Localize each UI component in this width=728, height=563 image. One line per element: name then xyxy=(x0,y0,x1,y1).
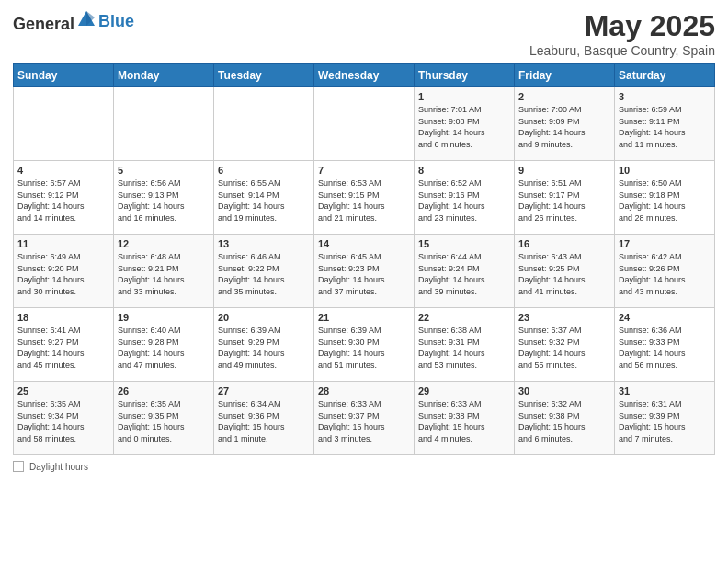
day-info: Sunrise: 6:33 AM Sunset: 9:37 PM Dayligh… xyxy=(318,398,410,444)
day-info: Sunrise: 6:55 AM Sunset: 9:14 PM Dayligh… xyxy=(218,178,310,224)
calendar-body: 1Sunrise: 7:01 AM Sunset: 9:08 PM Daylig… xyxy=(14,87,715,455)
day-number: 16 xyxy=(518,238,610,249)
day-cell: 27Sunrise: 6:34 AM Sunset: 9:36 PM Dayli… xyxy=(214,382,314,455)
day-header-monday: Monday xyxy=(114,64,214,87)
day-cell: 5Sunrise: 6:56 AM Sunset: 9:13 PM Daylig… xyxy=(114,161,214,235)
week-row-2: 4Sunrise: 6:57 AM Sunset: 9:12 PM Daylig… xyxy=(14,161,715,235)
day-number: 18 xyxy=(17,312,109,323)
logo: General Blue xyxy=(13,9,134,34)
week-row-3: 11Sunrise: 6:49 AM Sunset: 9:20 PM Dayli… xyxy=(14,235,715,308)
day-cell: 17Sunrise: 6:42 AM Sunset: 9:26 PM Dayli… xyxy=(615,235,715,308)
day-number: 22 xyxy=(418,312,510,323)
day-number: 8 xyxy=(418,165,510,176)
day-number: 19 xyxy=(118,312,210,323)
day-number: 15 xyxy=(418,238,510,249)
day-cell: 2Sunrise: 7:00 AM Sunset: 9:09 PM Daylig… xyxy=(515,87,615,161)
day-number: 9 xyxy=(518,165,610,176)
day-number: 2 xyxy=(518,91,610,102)
day-cell: 7Sunrise: 6:53 AM Sunset: 9:15 PM Daylig… xyxy=(314,161,415,235)
day-number: 27 xyxy=(218,385,310,396)
day-info: Sunrise: 6:35 AM Sunset: 9:35 PM Dayligh… xyxy=(118,398,210,444)
day-cell: 11Sunrise: 6:49 AM Sunset: 9:20 PM Dayli… xyxy=(14,235,114,308)
day-info: Sunrise: 6:41 AM Sunset: 9:27 PM Dayligh… xyxy=(17,325,109,371)
day-info: Sunrise: 6:35 AM Sunset: 9:34 PM Dayligh… xyxy=(17,398,109,444)
day-info: Sunrise: 6:43 AM Sunset: 9:25 PM Dayligh… xyxy=(518,251,610,297)
day-number: 5 xyxy=(118,165,210,176)
header: General Blue May 2025 Leaburu, Basque Co… xyxy=(13,9,715,58)
day-cell: 16Sunrise: 6:43 AM Sunset: 9:25 PM Dayli… xyxy=(515,235,615,308)
day-header-friday: Friday xyxy=(515,64,615,87)
day-cell: 12Sunrise: 6:48 AM Sunset: 9:21 PM Dayli… xyxy=(114,235,214,308)
day-number: 21 xyxy=(318,312,410,323)
day-info: Sunrise: 6:42 AM Sunset: 9:26 PM Dayligh… xyxy=(619,251,711,297)
footer: Daylight hours xyxy=(13,461,715,472)
main-title: May 2025 xyxy=(529,9,715,43)
week-row-1: 1Sunrise: 7:01 AM Sunset: 9:08 PM Daylig… xyxy=(14,87,715,161)
day-cell: 9Sunrise: 6:51 AM Sunset: 9:17 PM Daylig… xyxy=(515,161,615,235)
day-number: 25 xyxy=(17,385,109,396)
day-info: Sunrise: 6:39 AM Sunset: 9:30 PM Dayligh… xyxy=(318,325,410,371)
day-info: Sunrise: 6:48 AM Sunset: 9:21 PM Dayligh… xyxy=(118,251,210,297)
day-number: 26 xyxy=(118,385,210,396)
day-info: Sunrise: 6:34 AM Sunset: 9:36 PM Dayligh… xyxy=(218,398,310,444)
day-cell: 19Sunrise: 6:40 AM Sunset: 9:28 PM Dayli… xyxy=(114,308,214,382)
subtitle: Leaburu, Basque Country, Spain xyxy=(529,43,715,58)
daylight-label: Daylight hours xyxy=(29,462,88,472)
day-number: 30 xyxy=(518,385,610,396)
day-number: 28 xyxy=(318,385,410,396)
day-cell xyxy=(114,87,214,161)
day-number: 10 xyxy=(619,165,711,176)
daylight-box xyxy=(13,461,24,472)
day-number: 20 xyxy=(218,312,310,323)
day-cell: 4Sunrise: 6:57 AM Sunset: 9:12 PM Daylig… xyxy=(14,161,114,235)
title-block: May 2025 Leaburu, Basque Country, Spain xyxy=(529,9,715,58)
day-cell xyxy=(314,87,415,161)
day-cell: 21Sunrise: 6:39 AM Sunset: 9:30 PM Dayli… xyxy=(314,308,415,382)
day-info: Sunrise: 7:01 AM Sunset: 9:08 PM Dayligh… xyxy=(418,104,510,150)
day-cell: 20Sunrise: 6:39 AM Sunset: 9:29 PM Dayli… xyxy=(214,308,314,382)
day-cell: 8Sunrise: 6:52 AM Sunset: 9:16 PM Daylig… xyxy=(415,161,515,235)
day-info: Sunrise: 6:39 AM Sunset: 9:29 PM Dayligh… xyxy=(218,325,310,371)
day-info: Sunrise: 6:31 AM Sunset: 9:39 PM Dayligh… xyxy=(619,398,711,444)
day-cell: 25Sunrise: 6:35 AM Sunset: 9:34 PM Dayli… xyxy=(14,382,114,455)
day-info: Sunrise: 7:00 AM Sunset: 9:09 PM Dayligh… xyxy=(518,104,610,150)
day-info: Sunrise: 6:56 AM Sunset: 9:13 PM Dayligh… xyxy=(118,178,210,224)
day-cell: 13Sunrise: 6:46 AM Sunset: 9:22 PM Dayli… xyxy=(214,235,314,308)
day-header-sunday: Sunday xyxy=(14,64,114,87)
day-info: Sunrise: 6:57 AM Sunset: 9:12 PM Dayligh… xyxy=(17,178,109,224)
day-info: Sunrise: 6:51 AM Sunset: 9:17 PM Dayligh… xyxy=(518,178,610,224)
day-number: 4 xyxy=(17,165,109,176)
day-header-tuesday: Tuesday xyxy=(214,64,314,87)
day-info: Sunrise: 6:38 AM Sunset: 9:31 PM Dayligh… xyxy=(418,325,510,371)
day-info: Sunrise: 6:52 AM Sunset: 9:16 PM Dayligh… xyxy=(418,178,510,224)
day-cell xyxy=(14,87,114,161)
day-cell: 10Sunrise: 6:50 AM Sunset: 9:18 PM Dayli… xyxy=(615,161,715,235)
day-number: 31 xyxy=(619,385,711,396)
page: General Blue May 2025 Leaburu, Basque Co… xyxy=(0,0,728,563)
day-cell: 1Sunrise: 7:01 AM Sunset: 9:08 PM Daylig… xyxy=(415,87,515,161)
day-number: 12 xyxy=(118,238,210,249)
logo-icon xyxy=(76,9,97,29)
day-cell: 30Sunrise: 6:32 AM Sunset: 9:38 PM Dayli… xyxy=(515,382,615,455)
day-info: Sunrise: 6:59 AM Sunset: 9:11 PM Dayligh… xyxy=(619,104,711,150)
day-cell: 26Sunrise: 6:35 AM Sunset: 9:35 PM Dayli… xyxy=(114,382,214,455)
day-cell: 24Sunrise: 6:36 AM Sunset: 9:33 PM Dayli… xyxy=(615,308,715,382)
day-number: 6 xyxy=(218,165,310,176)
day-cell: 15Sunrise: 6:44 AM Sunset: 9:24 PM Dayli… xyxy=(415,235,515,308)
day-number: 11 xyxy=(17,238,109,249)
day-cell: 3Sunrise: 6:59 AM Sunset: 9:11 PM Daylig… xyxy=(615,87,715,161)
calendar-header: SundayMondayTuesdayWednesdayThursdayFrid… xyxy=(14,64,715,87)
day-number: 14 xyxy=(318,238,410,249)
day-cell: 18Sunrise: 6:41 AM Sunset: 9:27 PM Dayli… xyxy=(14,308,114,382)
day-cell: 31Sunrise: 6:31 AM Sunset: 9:39 PM Dayli… xyxy=(615,382,715,455)
week-row-5: 25Sunrise: 6:35 AM Sunset: 9:34 PM Dayli… xyxy=(14,382,715,455)
day-info: Sunrise: 6:49 AM Sunset: 9:20 PM Dayligh… xyxy=(17,251,109,297)
logo-blue: Blue xyxy=(98,12,134,31)
day-number: 7 xyxy=(318,165,410,176)
day-info: Sunrise: 6:33 AM Sunset: 9:38 PM Dayligh… xyxy=(418,398,510,444)
day-info: Sunrise: 6:53 AM Sunset: 9:15 PM Dayligh… xyxy=(318,178,410,224)
header-row: SundayMondayTuesdayWednesdayThursdayFrid… xyxy=(14,64,715,87)
day-cell: 22Sunrise: 6:38 AM Sunset: 9:31 PM Dayli… xyxy=(415,308,515,382)
day-info: Sunrise: 6:32 AM Sunset: 9:38 PM Dayligh… xyxy=(518,398,610,444)
day-header-thursday: Thursday xyxy=(415,64,515,87)
